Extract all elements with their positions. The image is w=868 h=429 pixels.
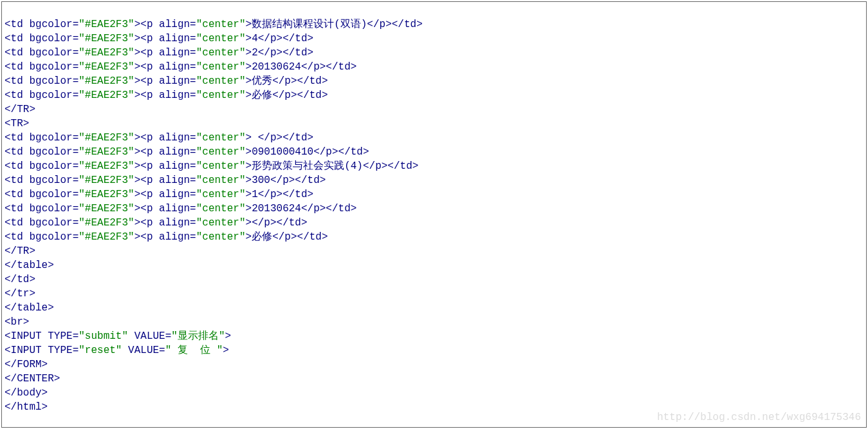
blank-line — [5, 415, 11, 427]
attr-bgcolor: #EAE2F3 — [85, 75, 128, 87]
code-line: <td bgcolor="#EAE2F3"><p align="center">… — [5, 160, 418, 172]
cell-text: 300 — [252, 175, 270, 186]
close-form: </FORM> — [5, 359, 48, 370]
cell-text: 必修 — [252, 231, 272, 243]
code-line: <td bgcolor="#EAE2F3"><p align="center">… — [5, 146, 369, 158]
attr-bgcolor: #EAE2F3 — [85, 175, 128, 186]
code-line: <td bgcolor="#EAE2F3"><p align="center">… — [5, 19, 423, 30]
code-line: <td bgcolor="#EAE2F3"><p align="center">… — [5, 75, 328, 87]
code-line: <TR> — [5, 118, 29, 129]
br-tag: <br> — [5, 316, 29, 328]
code-line: <td bgcolor="#EAE2F3"><p align="center">… — [5, 231, 328, 243]
attr-bgcolor: #EAE2F3 — [85, 19, 128, 30]
attr-align: center — [202, 33, 239, 44]
attr-align: center — [202, 90, 239, 101]
code-line: <td bgcolor="#EAE2F3"><p align="center">… — [5, 33, 313, 44]
cell-text: 形势政策与社会实践(4) — [252, 160, 363, 172]
close-td: </td> — [5, 274, 35, 285]
cell-text: 优秀 — [252, 75, 272, 87]
code-line: <td bgcolor="#EAE2F3"><p align="center">… — [5, 175, 326, 186]
attr-bgcolor: #EAE2F3 — [85, 146, 128, 158]
cell-text: 20130624 — [252, 61, 301, 73]
attr-align: center — [202, 217, 239, 229]
attr-align: center — [202, 231, 239, 243]
close-body: </body> — [5, 387, 48, 399]
close-table-2: </table> — [5, 302, 54, 314]
code-line: <td bgcolor="#EAE2F3"><p align="center">… — [5, 189, 313, 200]
cell-text: 2 — [252, 47, 258, 59]
code-line: <td bgcolor="#EAE2F3"><p align="center">… — [5, 61, 356, 73]
attr-bgcolor: #EAE2F3 — [85, 231, 128, 243]
code-line: <td bgcolor="#EAE2F3"><p align="center">… — [5, 217, 308, 229]
close-html: </html> — [5, 401, 48, 413]
input-submit-line: <INPUT TYPE="submit" VALUE="显示排名"> — [5, 330, 231, 342]
code-line: <td bgcolor="#EAE2F3"><p align="center">… — [5, 90, 328, 101]
input-value: 显示排名 — [178, 330, 219, 342]
code-line: <td bgcolor="#EAE2F3"><p align="center">… — [5, 47, 313, 59]
attr-align: center — [202, 19, 239, 30]
code-line: <td bgcolor="#EAE2F3"><p align="center">… — [5, 132, 313, 144]
attr-align: center — [202, 75, 239, 87]
attr-align: center — [202, 47, 239, 59]
attr-bgcolor: #EAE2F3 — [85, 160, 128, 172]
input-reset-line: <INPUT TYPE="reset" VALUE=" 复 位 "> — [5, 345, 229, 356]
cell-text: 0901000410 — [252, 146, 313, 158]
cell-text: 4 — [252, 33, 258, 44]
attr-align: center — [202, 132, 239, 144]
cell-text: 20130624 — [252, 203, 301, 214]
attr-bgcolor: #EAE2F3 — [85, 47, 128, 59]
idle-shell-output: <td bgcolor="#EAE2F3"><p align="center">… — [1, 1, 867, 428]
input-type: reset — [85, 345, 116, 356]
code-line: <td bgcolor="#EAE2F3"><p align="center">… — [5, 203, 356, 214]
attr-align: center — [202, 203, 239, 214]
attr-align: center — [202, 175, 239, 186]
attr-bgcolor: #EAE2F3 — [85, 132, 128, 144]
attr-bgcolor: #EAE2F3 — [85, 90, 128, 101]
cell-text — [252, 132, 258, 144]
attr-align: center — [202, 146, 239, 158]
attr-align: center — [202, 61, 239, 73]
attr-align: center — [202, 160, 239, 172]
cell-text: 数据结构课程设计(双语) — [252, 19, 367, 30]
attr-bgcolor: #EAE2F3 — [85, 217, 128, 229]
close-center: </CENTER> — [5, 373, 60, 385]
code-block: <td bgcolor="#EAE2F3"><p align="center">… — [5, 17, 863, 428]
close-table: </table> — [5, 260, 54, 271]
attr-align: center — [202, 189, 239, 200]
cell-text: 1 — [252, 189, 258, 200]
cell-text: 必修 — [252, 90, 272, 101]
close-tr: </TR> — [5, 245, 35, 257]
attr-bgcolor: #EAE2F3 — [85, 189, 128, 200]
code-line: </TR> — [5, 104, 35, 115]
input-type: submit — [85, 330, 122, 342]
attr-bgcolor: #EAE2F3 — [85, 33, 128, 44]
attr-bgcolor: #EAE2F3 — [85, 203, 128, 214]
attr-bgcolor: #EAE2F3 — [85, 61, 128, 73]
input-value: 复 位 — [171, 345, 216, 356]
close-tr-2: </tr> — [5, 288, 35, 300]
